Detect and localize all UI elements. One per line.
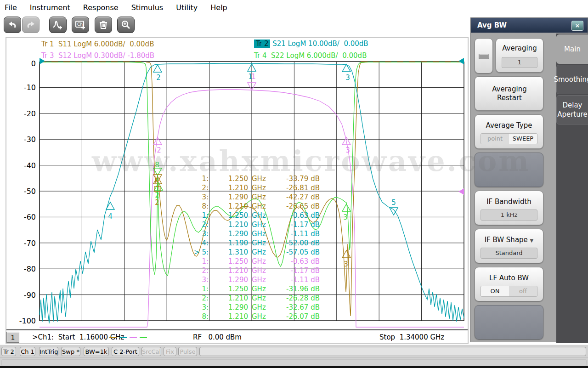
average-type-button[interactable]: Average Type point SWEEP bbox=[475, 114, 543, 149]
status-inttrig[interactable]: IntTrig bbox=[39, 347, 58, 356]
undo-icon bbox=[7, 20, 17, 29]
rf-power-label: RF 0.00 dBm bbox=[193, 333, 242, 341]
if-bandwidth-value[interactable]: 1 kHz bbox=[481, 209, 537, 221]
averaging-button[interactable]: Averaging 1 bbox=[496, 38, 543, 73]
menu-item-instrument[interactable]: Instrument bbox=[30, 3, 70, 12]
panel-title-bar[interactable]: Avg BW × bbox=[471, 18, 588, 33]
lf-auto-bw-on[interactable]: ON bbox=[481, 286, 509, 296]
status-swp-[interactable]: Swp * bbox=[61, 347, 80, 356]
status-fix[interactable]: Fix bbox=[164, 347, 176, 356]
menu-item-stimulus[interactable]: Stimulus bbox=[131, 3, 164, 12]
status-ch-1[interactable]: Ch 1 bbox=[20, 347, 35, 356]
status-bar: Tr 2Ch 1IntTrigSwp *BW=1kC 2-PortSrcCalF… bbox=[0, 345, 588, 358]
status-pulse[interactable]: Pulse bbox=[178, 347, 197, 356]
lf-auto-bw-toggle[interactable]: ON off bbox=[481, 286, 537, 297]
zoom-icon bbox=[121, 20, 131, 30]
empty-button-1 bbox=[475, 153, 543, 187]
panel-title: Avg BW bbox=[477, 21, 507, 29]
averaging-restart-button[interactable]: Averaging Restart bbox=[475, 76, 543, 111]
stop-freq-label: Stop 1.34000 GHz bbox=[379, 333, 444, 341]
status-tr-2[interactable]: Tr 2 bbox=[1, 347, 16, 356]
redo-button[interactable] bbox=[22, 17, 40, 33]
if-bandwidth-button[interactable]: IF Bandwidth 1 kHz bbox=[475, 191, 543, 225]
average-type-sweep[interactable]: SWEEP bbox=[509, 134, 537, 144]
bottom-edge bbox=[0, 366, 588, 368]
chevron-down-icon: ▼ bbox=[530, 238, 534, 243]
legend-dash-teal bbox=[119, 337, 127, 338]
add-channel-icon: Ch bbox=[75, 20, 86, 30]
add-channel-button[interactable]: Ch bbox=[72, 17, 89, 33]
trace2-label[interactable]: Tr 2 S21 LogM 10.00dB/ 0.00dB bbox=[254, 40, 368, 48]
average-type-point[interactable]: point bbox=[481, 134, 509, 144]
if-bw-shape-button[interactable]: IF BW Shape ▼ Standard bbox=[475, 229, 543, 263]
menu-item-utility[interactable]: Utility bbox=[176, 3, 198, 12]
svg-text:Ch: Ch bbox=[77, 22, 83, 27]
status-srccal[interactable]: SrcCal bbox=[141, 347, 161, 356]
tab-delay-aperture[interactable]: Delay Aperture bbox=[556, 95, 588, 125]
empty-button-2 bbox=[475, 305, 543, 340]
redo-icon bbox=[26, 20, 36, 29]
average-type-toggle[interactable]: point SWEEP bbox=[481, 133, 537, 144]
lf-auto-bw-button[interactable]: LF Auto BW ON off bbox=[475, 267, 543, 301]
averaging-toggle-button[interactable] bbox=[475, 38, 493, 74]
delete-button[interactable] bbox=[95, 17, 112, 33]
menu-bar: FileInstrumentResponseStimulusUtilityHel… bbox=[0, 0, 588, 15]
delete-icon bbox=[99, 20, 108, 29]
bottom-bar bbox=[0, 357, 588, 367]
legend-dash-green bbox=[140, 337, 147, 338]
toggle-indicator-icon bbox=[479, 54, 489, 59]
menu-item-response[interactable]: Response bbox=[83, 3, 119, 12]
add-trace-icon bbox=[52, 20, 63, 30]
averaging-value[interactable]: 1 bbox=[502, 57, 537, 68]
lf-auto-bw-off[interactable]: off bbox=[509, 286, 537, 296]
status-c-2-port[interactable]: C 2-Port bbox=[112, 347, 139, 356]
legend-dash-violet bbox=[130, 337, 137, 338]
status-bw-1k[interactable]: BW=1k bbox=[84, 347, 109, 356]
status-empty-segment bbox=[199, 347, 586, 356]
tab-smoothing[interactable]: Smoothing bbox=[556, 65, 588, 94]
add-trace-button[interactable] bbox=[49, 17, 67, 33]
if-bw-shape-value[interactable]: Standard bbox=[481, 248, 537, 259]
menu-item-file[interactable]: File bbox=[5, 3, 17, 12]
close-icon[interactable]: × bbox=[571, 21, 583, 31]
trace3-label[interactable]: Tr 3 S12 LogM 0.300dB/ -1.80dB bbox=[41, 51, 154, 60]
zoom-button[interactable] bbox=[117, 17, 135, 33]
menu-item-help[interactable]: Help bbox=[210, 3, 227, 12]
avg-bw-panel: Avg BW × Averaging 1 Averaging Restart A… bbox=[470, 17, 588, 342]
channel-number-button[interactable]: 1 bbox=[6, 332, 19, 343]
legend-dash-olive bbox=[109, 337, 117, 338]
vna-application: { "menu": {"items": ["File", "Instrument… bbox=[0, 0, 588, 368]
panel-tabs: Main Smoothing Delay Aperture bbox=[556, 34, 588, 343]
trace4-label[interactable]: Tr 4 S22 LogM 6.000dB/ 0.00dB bbox=[254, 51, 367, 60]
trace1-label[interactable]: Tr 1 S11 LogM 6.000dB/ 0.00dB bbox=[41, 40, 154, 48]
undo-button[interactable] bbox=[4, 17, 21, 33]
tab-main[interactable]: Main bbox=[556, 34, 588, 64]
